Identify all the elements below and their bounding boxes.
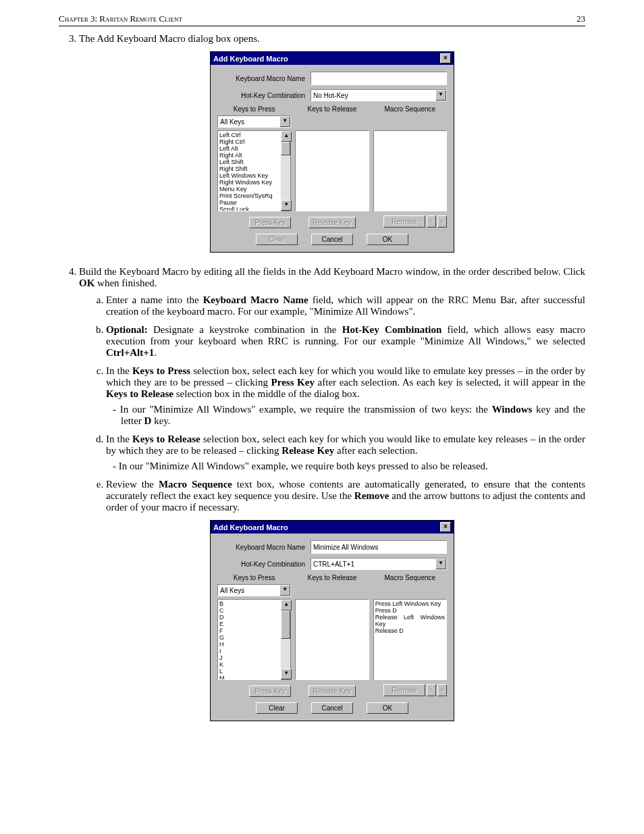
list-item[interactable]: J	[219, 654, 279, 661]
hotkey-combo[interactable]: CTRL+ALT+1 ▼	[311, 558, 447, 570]
move-down-button[interactable]: v	[437, 684, 447, 696]
list-item[interactable]: K	[219, 661, 279, 668]
header-page-number: 23	[576, 14, 585, 24]
add-keyboard-macro-dialog-2: Add Keyboard Macro × Keyboard Macro Name…	[210, 520, 454, 721]
keys-to-press-label: Keys to Press	[217, 574, 291, 581]
list-item[interactable]: Print Screen/SysRq	[219, 192, 279, 199]
dialog-title: Add Keyboard Macro	[213, 55, 288, 63]
hotkey-combo[interactable]: No Hot-Key ▼	[311, 89, 447, 101]
keys-to-release-label: Keys to Release	[295, 574, 369, 581]
keys-to-press-listbox[interactable]: Left CtrlRight CtrlLeft AltRight AltLeft…	[217, 130, 281, 211]
page-header: Chapter 3: Raritan Remote Client 23	[59, 14, 585, 26]
scroll-down-icon[interactable]: ▼	[281, 200, 292, 211]
step-4: Build the Keyboard Macro by editing all …	[79, 266, 585, 721]
press-key-button[interactable]: Press Key	[249, 685, 291, 697]
close-icon[interactable]: ×	[440, 53, 451, 63]
move-up-button[interactable]: ^	[427, 684, 436, 696]
keys-to-release-listbox[interactable]	[295, 130, 369, 211]
list-item[interactable]: Left Alt	[219, 145, 279, 152]
close-icon[interactable]: ×	[440, 522, 451, 532]
macro-sequence-label: Macro Sequence	[373, 105, 447, 113]
list-item[interactable]: M	[219, 675, 279, 680]
list-item[interactable]: Release Left Windows Key	[375, 614, 445, 627]
list-item[interactable]: L	[219, 668, 279, 675]
scroll-up-icon[interactable]: ▲	[281, 131, 292, 142]
list-item[interactable]: Press Left Windows Key	[375, 600, 445, 607]
move-up-button[interactable]: ^	[427, 215, 436, 228]
step-3: The Add Keyboard Macro dialog box opens.…	[79, 33, 585, 253]
list-item[interactable]: Right Shift	[219, 165, 279, 172]
release-key-button[interactable]: Release Key	[308, 685, 356, 697]
clear-button[interactable]: Clear	[256, 234, 298, 245]
macro-sequence-listbox[interactable]: Press Left Windows KeyPress DRelease Lef…	[373, 599, 447, 680]
list-item[interactable]: D	[219, 614, 279, 621]
keys-to-press-label: Keys to Press	[217, 105, 291, 113]
macro-name-label: Keyboard Macro Name	[217, 544, 311, 551]
list-item[interactable]: Right Ctrl	[219, 138, 279, 145]
remove-button[interactable]: Remove	[383, 215, 425, 228]
press-key-button[interactable]: Press Key	[249, 217, 291, 228]
substep-e: Review the Macro Sequence text box, whos…	[106, 479, 585, 513]
keys-to-release-listbox[interactable]	[295, 599, 369, 680]
ok-button[interactable]: OK	[367, 702, 408, 714]
key-category-combo[interactable]: All Keys ▼	[217, 115, 291, 128]
cancel-button[interactable]: Cancel	[311, 702, 353, 714]
clear-button[interactable]: Clear	[256, 702, 298, 714]
list-item[interactable]: Left Ctrl	[219, 132, 279, 138]
hotkey-label: Hot-Key Combination	[217, 561, 311, 568]
list-item[interactable]: I	[219, 648, 279, 654]
substep-b: Optional: Designate a keystroke combinat…	[106, 324, 585, 359]
list-item[interactable]: E	[219, 621, 279, 627]
chevron-down-icon[interactable]: ▼	[435, 90, 446, 101]
list-item[interactable]: Right Windows Key	[219, 179, 279, 186]
list-item[interactable]: C	[219, 607, 279, 614]
header-chapter: Chapter 3: Raritan Remote Client	[59, 14, 182, 24]
list-item[interactable]: G	[219, 634, 279, 641]
macro-name-input[interactable]	[311, 72, 447, 85]
macro-sequence-label: Macro Sequence	[373, 574, 447, 581]
remove-button[interactable]: Remove	[383, 684, 425, 696]
list-item[interactable]: H	[219, 641, 279, 648]
add-keyboard-macro-dialog-1: Add Keyboard Macro × Keyboard Macro Name…	[210, 51, 454, 253]
dialog-title: Add Keyboard Macro	[213, 523, 288, 531]
list-item[interactable]: Left Windows Key	[219, 172, 279, 179]
chevron-down-icon[interactable]: ▼	[435, 558, 446, 569]
list-item[interactable]: Press D	[375, 607, 445, 614]
substep-a: Enter a name into the Keyboard Macro Nam…	[106, 294, 585, 317]
list-item[interactable]: B	[219, 600, 279, 607]
macro-name-input[interactable]	[311, 540, 447, 554]
list-item[interactable]: F	[219, 627, 279, 634]
keys-to-press-listbox[interactable]: BCDEFGHIJKLMN	[217, 599, 281, 680]
substep-c: In the Keys to Press selection box, sele…	[106, 365, 585, 427]
substep-d: In the Keys to Release selection box, se…	[106, 434, 585, 472]
release-key-button[interactable]: Release Key	[308, 217, 356, 228]
chevron-down-icon[interactable]: ▼	[279, 585, 290, 596]
macro-sequence-listbox[interactable]	[373, 130, 447, 211]
list-item[interactable]: Left Shift	[219, 159, 279, 165]
list-item[interactable]: Pause	[219, 199, 279, 206]
scroll-up-icon[interactable]: ▲	[281, 600, 292, 610]
cancel-button[interactable]: Cancel	[311, 234, 353, 245]
list-item[interactable]: Release D	[375, 627, 445, 634]
macro-name-label: Keyboard Macro Name	[217, 75, 311, 82]
list-item[interactable]: Right Alt	[219, 152, 279, 159]
list-item[interactable]: Menu Key	[219, 186, 279, 192]
scrollbar[interactable]: ▲ ▼	[281, 599, 291, 680]
scrollbar[interactable]: ▲ ▼	[281, 130, 291, 211]
keys-to-release-label: Keys to Release	[295, 105, 369, 113]
key-category-combo[interactable]: All Keys ▼	[217, 584, 291, 596]
hotkey-label: Hot-Key Combination	[217, 92, 311, 99]
chevron-down-icon[interactable]: ▼	[279, 116, 290, 127]
move-down-button[interactable]: v	[437, 215, 447, 228]
ok-button[interactable]: OK	[367, 234, 408, 245]
list-item[interactable]: Scroll Lock	[219, 206, 279, 211]
scroll-down-icon[interactable]: ▼	[281, 669, 292, 679]
